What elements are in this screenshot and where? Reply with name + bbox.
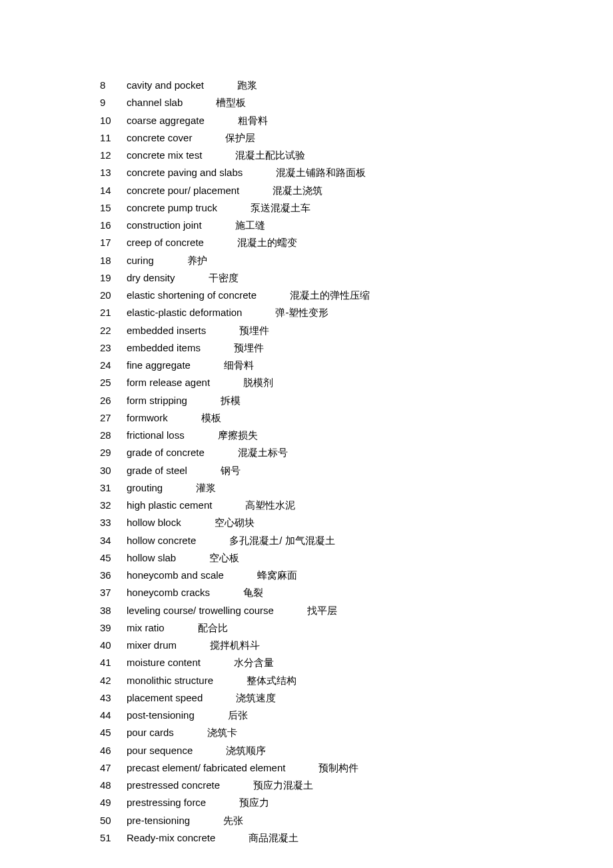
entry-chinese: 混凝土铺路和路面板 bbox=[276, 164, 366, 181]
entry-english: embedded items bbox=[127, 339, 201, 357]
entry-number: 25 bbox=[100, 374, 127, 391]
entry-english: pour sequence bbox=[127, 742, 193, 759]
entry-english: leveling course/ trowelling course bbox=[127, 602, 274, 619]
entry-english: concrete cover bbox=[127, 129, 192, 147]
entry-number: 37 bbox=[100, 584, 127, 601]
entry-number: 41 bbox=[100, 654, 127, 671]
entry-number: 30 bbox=[100, 462, 127, 479]
entry-chinese: 商品混凝土 bbox=[249, 829, 299, 847]
entry-chinese: 浇筑卡 bbox=[207, 724, 237, 741]
entry-english: hollow block bbox=[127, 514, 181, 531]
list-item: 33hollow block空心砌块 bbox=[100, 514, 613, 531]
list-item: 21elastic-plastic deformation弹-塑性变形 bbox=[100, 304, 613, 321]
entry-english: placement speed bbox=[127, 689, 203, 707]
entry-number: 22 bbox=[100, 322, 127, 339]
list-item: 40mixer drum搅拌机料斗 bbox=[100, 637, 613, 654]
entry-chinese: 预埋件 bbox=[234, 339, 264, 357]
list-item: 39mix ratio配合比 bbox=[100, 619, 613, 637]
entry-chinese: 混凝土浇筑 bbox=[273, 182, 322, 199]
entry-number: 39 bbox=[100, 619, 127, 637]
entry-chinese: 混凝土的弹性压缩 bbox=[290, 287, 370, 304]
entry-english: high plastic cement bbox=[127, 497, 212, 514]
entry-number: 44 bbox=[100, 707, 127, 724]
entry-number: 48 bbox=[100, 777, 127, 794]
entry-chinese: 预埋件 bbox=[239, 322, 269, 339]
list-item: 18curing养护 bbox=[100, 252, 613, 269]
entry-english: curing bbox=[127, 252, 154, 269]
entry-number: 26 bbox=[100, 392, 127, 409]
entry-english: precast element/ fabricated element bbox=[127, 759, 285, 777]
entry-number: 46 bbox=[100, 742, 127, 759]
entry-chinese: 蜂窝麻面 bbox=[257, 567, 297, 584]
entry-english: monolithic structure bbox=[127, 672, 213, 689]
list-item: 51Ready-mix concrete商品混凝土 bbox=[100, 829, 613, 847]
entry-chinese: 高塑性水泥 bbox=[245, 497, 295, 514]
entry-number: 13 bbox=[100, 164, 127, 181]
entry-english: prestressed concrete bbox=[127, 777, 220, 794]
list-item: 46pour sequence浇筑顺序 bbox=[100, 742, 613, 759]
entry-chinese: 干密度 bbox=[209, 269, 239, 287]
entry-number: 28 bbox=[100, 427, 127, 444]
entry-number: 40 bbox=[100, 637, 127, 654]
entry-chinese: 浇筑速度 bbox=[236, 689, 276, 707]
list-item: 13concrete paving and slabs混凝土铺路和路面板 bbox=[100, 164, 613, 181]
list-item: 36honeycomb and scale蜂窝麻面 bbox=[100, 567, 613, 584]
entry-english: Ready-mix concrete bbox=[127, 829, 215, 847]
entry-english: concrete mix test bbox=[127, 147, 202, 164]
entry-number: 27 bbox=[100, 409, 127, 427]
entry-english: honeycomb and scale bbox=[127, 567, 224, 584]
list-item: 14concrete pour/ placement混凝土浇筑 bbox=[100, 182, 613, 199]
entry-number: 45 bbox=[100, 549, 127, 567]
entry-chinese: 模板 bbox=[201, 409, 221, 427]
list-item: 45pour cards浇筑卡 bbox=[100, 724, 613, 741]
list-item: 31grouting灌浆 bbox=[100, 479, 613, 497]
list-item: 10coarse aggregate粗骨料 bbox=[100, 112, 613, 129]
entry-number: 19 bbox=[100, 269, 127, 287]
entry-english: concrete pump truck bbox=[127, 199, 217, 217]
entry-english: moisture content bbox=[127, 654, 201, 671]
list-item: 37honeycomb cracks龟裂 bbox=[100, 584, 613, 601]
entry-number: 42 bbox=[100, 672, 127, 689]
entry-english: cavity and pocket bbox=[127, 77, 204, 94]
entry-chinese: 摩擦损失 bbox=[218, 427, 258, 444]
list-item: 16construction joint施工缝 bbox=[100, 217, 613, 234]
list-item: 28frictional loss摩擦损失 bbox=[100, 427, 613, 444]
entry-number: 32 bbox=[100, 497, 127, 514]
entry-number: 29 bbox=[100, 444, 127, 461]
entry-chinese: 预制构件 bbox=[318, 759, 358, 777]
glossary-list: 8cavity and pocket跑浆9channel slab槽型板10co… bbox=[0, 0, 613, 847]
list-item: 42monolithic structure整体式结构 bbox=[100, 672, 613, 689]
entry-english: grade of concrete bbox=[127, 444, 205, 461]
entry-english: elastic-plastic deformation bbox=[127, 304, 242, 321]
entry-number: 12 bbox=[100, 147, 127, 164]
list-item: 23embedded items预埋件 bbox=[100, 339, 613, 357]
entry-chinese: 浇筑顺序 bbox=[226, 742, 266, 759]
entry-number: 11 bbox=[100, 129, 127, 147]
entry-chinese: 混凝土标号 bbox=[238, 444, 288, 461]
list-item: 47precast element/ fabricated element预制构… bbox=[100, 759, 613, 777]
entry-number: 15 bbox=[100, 199, 127, 217]
entry-english: construction joint bbox=[127, 217, 202, 234]
list-item: 20elastic shortening of concrete混凝土的弹性压缩 bbox=[100, 287, 613, 304]
list-item: 17creep of concrete混凝土的蠕变 bbox=[100, 234, 613, 251]
list-item: 41moisture content水分含量 bbox=[100, 654, 613, 671]
list-item: 8cavity and pocket跑浆 bbox=[100, 77, 613, 94]
entry-english: pour cards bbox=[127, 724, 174, 741]
entry-chinese: 钢号 bbox=[221, 462, 241, 479]
entry-english: mixer drum bbox=[127, 637, 177, 654]
entry-number: 9 bbox=[100, 94, 127, 111]
entry-number: 17 bbox=[100, 234, 127, 251]
entry-chinese: 脱模剂 bbox=[243, 374, 273, 391]
entry-number: 49 bbox=[100, 794, 127, 811]
entry-number: 24 bbox=[100, 357, 127, 374]
entry-number: 20 bbox=[100, 287, 127, 304]
list-item: 19dry density干密度 bbox=[100, 269, 613, 287]
entry-chinese: 预应力混凝土 bbox=[253, 777, 313, 794]
list-item: 44post-tensioning后张 bbox=[100, 707, 613, 724]
entry-chinese: 配合比 bbox=[198, 619, 228, 637]
entry-number: 47 bbox=[100, 759, 127, 777]
list-item: 25form release agent脱模剂 bbox=[100, 374, 613, 391]
entry-number: 31 bbox=[100, 479, 127, 497]
list-item: 38leveling course/ trowelling course找平层 bbox=[100, 602, 613, 619]
entry-english: concrete paving and slabs bbox=[127, 164, 243, 181]
